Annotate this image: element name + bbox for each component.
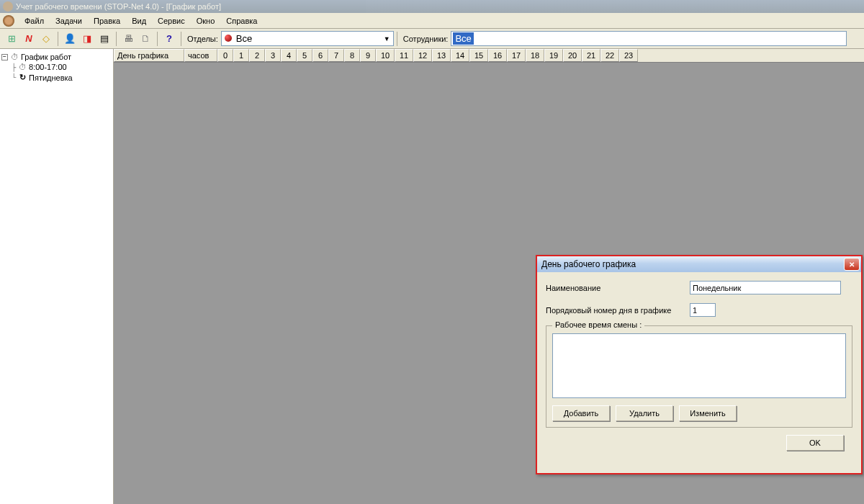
child-label: 8:00-17:00 <box>29 63 67 71</box>
tree-child[interactable]: └ ↻ Пятидневка <box>1 72 112 83</box>
emp-label: Сотрудники: <box>400 35 451 43</box>
dialog-title-bar[interactable]: День рабочего графика ✕ <box>537 256 861 272</box>
dept-combo[interactable]: Все ▼ <box>221 31 394 46</box>
col-h11[interactable]: 11 <box>395 49 413 62</box>
col-h3[interactable]: 3 <box>265 49 281 62</box>
help-icon[interactable]: ? <box>162 32 176 46</box>
menu-help[interactable]: Справка <box>220 15 263 27</box>
col-h6[interactable]: 6 <box>312 49 328 62</box>
app-icon <box>3 1 13 12</box>
col-h8[interactable]: 8 <box>344 49 360 62</box>
cycle-icon: ↻ <box>17 73 27 82</box>
col-h7[interactable]: 7 <box>328 49 344 62</box>
app-menu-icon <box>3 15 14 27</box>
delete-button[interactable]: Удалить <box>616 405 673 421</box>
tree-icon[interactable]: ⊞ <box>4 32 19 46</box>
col-hours[interactable]: часов <box>184 49 217 62</box>
separator <box>181 32 181 46</box>
col-h17[interactable]: 17 <box>507 49 526 62</box>
name-input[interactable] <box>690 281 841 294</box>
dept-label: Отделы: <box>184 35 221 43</box>
separator <box>157 32 158 46</box>
employee-field[interactable]: Все <box>451 31 847 46</box>
col-h12[interactable]: 12 <box>413 49 432 62</box>
col-h1[interactable]: 1 <box>233 49 249 62</box>
chevron-down-icon: ▼ <box>384 35 390 42</box>
clock-icon: ⏱ <box>17 63 27 71</box>
red-dot-icon <box>225 35 232 42</box>
dept-value: Все <box>236 33 252 44</box>
tree-line: ├ <box>12 63 16 71</box>
menu-window[interactable]: Окно <box>191 15 221 27</box>
separator <box>58 32 58 46</box>
chart-icon[interactable]: N <box>22 32 36 46</box>
shift-listbox[interactable] <box>552 333 846 398</box>
col-h0[interactable]: 0 <box>217 49 233 62</box>
grid-header: День графика часов 0 1 2 3 4 5 6 7 8 9 1… <box>114 49 864 63</box>
col-h2[interactable]: 2 <box>249 49 265 62</box>
emp-value: Все <box>453 32 473 45</box>
col-h22[interactable]: 22 <box>600 49 619 62</box>
title-bar: Учет рабочего времени (STOP-Net 4.0) - [… <box>0 0 864 13</box>
menu-service[interactable]: Сервис <box>152 15 191 27</box>
print-icon[interactable]: 🖶 <box>121 32 135 46</box>
card-icon[interactable]: ▤ <box>97 32 112 46</box>
tree-pane: − ⏱ График работ ├ ⏱ 8:00-17:00 └ ↻ Пяти… <box>0 49 114 504</box>
col-h18[interactable]: 18 <box>526 49 544 62</box>
edit-button[interactable]: Изменить <box>679 405 737 421</box>
add-button[interactable]: Добавить <box>552 405 610 421</box>
col-h9[interactable]: 9 <box>360 49 376 62</box>
notes-icon[interactable]: ◇ <box>39 32 53 46</box>
collapse-icon[interactable]: − <box>1 54 8 60</box>
ok-button[interactable]: OK <box>786 435 844 451</box>
structure-icon[interactable]: ◨ <box>80 32 94 46</box>
col-h20[interactable]: 20 <box>563 49 582 62</box>
order-input[interactable] <box>690 303 716 317</box>
window-title: Учет рабочего времени (STOP-Net 4.0) - [… <box>16 2 221 11</box>
person-icon[interactable]: 👤 <box>63 32 77 46</box>
col-h19[interactable]: 19 <box>544 49 563 62</box>
tree-child[interactable]: ├ ⏱ 8:00-17:00 <box>1 62 112 72</box>
close-button[interactable]: ✕ <box>844 258 860 271</box>
shift-legend: Рабочее время смены : <box>552 320 644 329</box>
name-label: Наименование <box>546 284 690 292</box>
menu-edit[interactable]: Правка <box>88 15 126 27</box>
separator <box>397 32 397 46</box>
ok-row: OK <box>546 428 852 451</box>
schedule-icon: ⏱ <box>9 53 19 61</box>
close-icon: ✕ <box>849 261 855 269</box>
col-h23[interactable]: 23 <box>619 49 638 62</box>
col-h10[interactable]: 10 <box>376 49 395 62</box>
name-row: Наименование <box>546 281 852 294</box>
dialog-title: День рабочего графика <box>541 259 636 269</box>
shift-fieldset: Рабочее время смены : Добавить Удалить И… <box>546 325 852 428</box>
col-day[interactable]: День графика <box>114 49 184 62</box>
order-row: Порядковый номер дня в графике <box>546 303 852 317</box>
col-h5[interactable]: 5 <box>297 49 312 62</box>
child-label: Пятидневка <box>29 73 73 82</box>
order-label: Порядковый номер дня в графике <box>546 306 690 315</box>
root-label: График работ <box>21 53 71 61</box>
day-dialog: День рабочего графика ✕ Наименование Пор… <box>536 255 863 474</box>
tree-line: └ <box>12 73 16 81</box>
col-h16[interactable]: 16 <box>488 49 507 62</box>
col-h15[interactable]: 15 <box>469 49 488 62</box>
menu-file[interactable]: Файл <box>19 15 50 27</box>
menu-view[interactable]: Вид <box>126 15 152 27</box>
col-h21[interactable]: 21 <box>582 49 600 62</box>
menu-bar: Файл Задачи Правка Вид Сервис Окно Справ… <box>0 13 864 29</box>
col-h4[interactable]: 4 <box>281 49 297 62</box>
toolbar: ⊞ N ◇ 👤 ◨ ▤ 🖶 🗋 ? Отделы: Все ▼ Сотрудни… <box>0 29 864 49</box>
button-row: Добавить Удалить Изменить <box>552 405 846 421</box>
separator <box>116 32 117 46</box>
preview-icon[interactable]: 🗋 <box>138 32 153 46</box>
col-h14[interactable]: 14 <box>451 49 469 62</box>
col-h13[interactable]: 13 <box>432 49 451 62</box>
tree-root[interactable]: − ⏱ График работ <box>1 52 112 62</box>
dialog-body: Наименование Порядковый номер дня в граф… <box>537 272 861 456</box>
menu-tasks[interactable]: Задачи <box>50 15 88 27</box>
